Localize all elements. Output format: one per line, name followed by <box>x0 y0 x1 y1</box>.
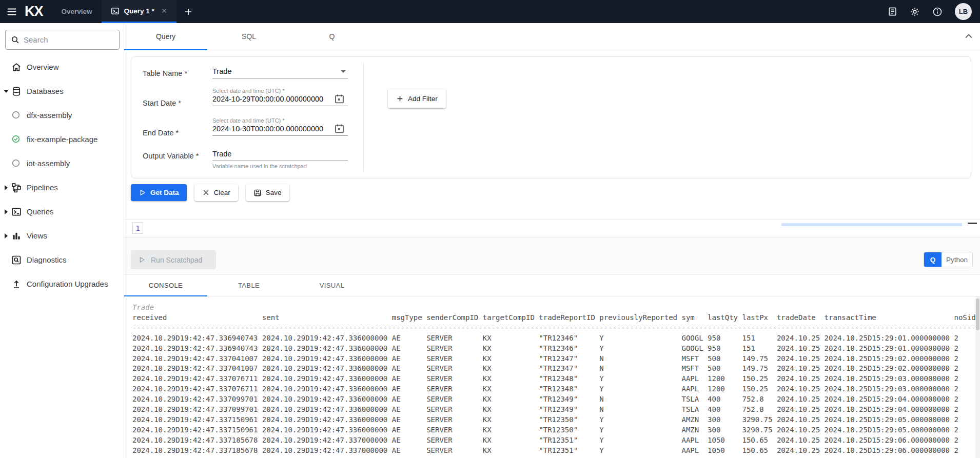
caret-right-icon[interactable] <box>2 185 10 190</box>
console-line: 2024.10.29D19:42:47.337150961 2024.10.29… <box>132 425 980 435</box>
pipeline-icon <box>11 183 22 193</box>
search-input[interactable] <box>24 35 106 44</box>
tab-query-1[interactable]: Query 1 * <box>102 0 177 23</box>
console-line: 2024.10.29D19:42:47.337076711 2024.10.29… <box>132 384 980 394</box>
run-scratchpad-button[interactable]: Run Scratchpad <box>131 250 216 269</box>
sidebar-item-configuration-upgrades[interactable]: Configuration Upgrades <box>0 272 124 296</box>
release-notes-icon[interactable] <box>888 7 897 16</box>
output-variable-label: Output Variable * <box>143 152 199 160</box>
status-check-icon <box>11 134 22 145</box>
home-icon <box>11 62 22 72</box>
play-icon <box>138 256 146 264</box>
calendar-icon[interactable] <box>334 123 345 134</box>
console-line: 2024.10.29D19:42:47.337099701 2024.10.29… <box>132 394 980 405</box>
table-name-select[interactable]: Trade <box>212 67 348 78</box>
sidebar-item-views[interactable]: Views <box>0 224 124 248</box>
hamburger-menu-icon[interactable] <box>0 0 24 23</box>
bar-chart-icon <box>11 231 22 241</box>
chevron-down-icon[interactable] <box>341 70 346 73</box>
tab-table[interactable]: TABLE <box>207 275 290 296</box>
action-buttons: Get Data Clear Save <box>131 184 289 201</box>
editor-selection-strip <box>781 223 962 226</box>
console-line: 2024.10.29D19:42:47.337076711 2024.10.29… <box>132 374 980 384</box>
user-avatar[interactable]: LB <box>955 3 972 20</box>
caret-right-icon[interactable] <box>2 233 10 238</box>
editor-fold-icon[interactable] <box>968 223 977 224</box>
console-output: Tradereceived sent msgType senderCompID … <box>124 296 980 458</box>
tab-q[interactable]: Q <box>290 23 374 50</box>
console-line: 2024.10.29D19:42:47.337099701 2024.10.29… <box>132 405 980 415</box>
search-icon <box>11 35 19 44</box>
info-icon[interactable] <box>932 7 943 17</box>
tab-overview-label: Overview <box>62 8 92 15</box>
terminal-icon <box>11 207 22 217</box>
save-button[interactable]: Save <box>246 184 289 201</box>
settings-gear-icon[interactable] <box>910 7 920 17</box>
query-mode-tabs: Query SQL Q <box>124 23 980 50</box>
tab-console[interactable]: CONSOLE <box>124 275 207 296</box>
add-filter-button[interactable]: Add Filter <box>388 89 446 108</box>
output-variable-field[interactable]: Trade Variable name used in the scratchp… <box>212 150 348 169</box>
console-line: 2024.10.29D19:42:47.336940743 2024.10.29… <box>132 344 980 354</box>
tab-query[interactable]: Query <box>124 23 207 50</box>
result-tabs: CONSOLE TABLE VISUAL <box>124 274 980 296</box>
play-icon <box>139 189 146 196</box>
sidebar-item-databases[interactable]: Databases <box>0 79 124 103</box>
form-divider <box>363 63 364 172</box>
end-date-field[interactable]: Select date and time (UTC) * 2024-10-30T… <box>212 117 348 136</box>
end-date-label: End Date * <box>143 129 179 137</box>
database-icon <box>11 86 22 96</box>
console-scrollbar-thumb[interactable] <box>976 298 979 330</box>
status-circle-icon <box>11 158 22 169</box>
sidebar-search[interactable] <box>5 30 120 50</box>
add-tab-icon[interactable] <box>177 0 200 23</box>
start-date-label: Start Date * <box>143 99 181 107</box>
language-toggle: Q Python <box>924 252 973 267</box>
collapse-panel-icon[interactable] <box>964 31 974 42</box>
console-line: received sent msgType senderCompID targe… <box>132 313 980 323</box>
console-line: ----------------------------------------… <box>132 323 980 333</box>
editor-line-number: 1 <box>132 222 143 234</box>
save-icon <box>253 189 262 197</box>
x-icon <box>202 189 210 196</box>
close-tab-icon[interactable] <box>161 8 167 14</box>
console-table-title: Trade <box>132 303 980 313</box>
console-line: 2024.10.29D19:42:47.337041007 2024.10.29… <box>132 354 980 364</box>
calendar-icon[interactable] <box>334 93 345 104</box>
sidebar-item-fix-example-package[interactable]: fix-example-package <box>0 127 124 151</box>
toggle-python[interactable]: Python <box>942 252 972 267</box>
console-scrollbar-track <box>975 296 980 458</box>
main-panel: Query SQL Q Table Name * Trade Start Dat… <box>124 23 980 458</box>
topbar: KX Overview Query 1 * LB <box>0 0 980 23</box>
upload-icon <box>11 279 22 289</box>
console-line: 2024.10.29D19:42:47.337185678 2024.10.29… <box>132 446 980 456</box>
sidebar: Overview Databases dfx-assembly fix-exam… <box>0 23 124 458</box>
sidebar-item-dfx-assembly[interactable]: dfx-assembly <box>0 103 124 127</box>
tab-overview[interactable]: Overview <box>52 0 102 23</box>
sidebar-item-overview[interactable]: Overview <box>0 55 124 79</box>
get-data-button[interactable]: Get Data <box>131 184 187 201</box>
sidebar-item-pipelines[interactable]: Pipelines <box>0 175 124 200</box>
tab-sql[interactable]: SQL <box>207 23 290 50</box>
topbar-actions: LB <box>888 0 980 23</box>
tab-visual[interactable]: VISUAL <box>290 275 374 296</box>
caret-right-icon[interactable] <box>2 209 10 214</box>
sidebar-nav: Overview Databases dfx-assembly fix-exam… <box>0 55 124 296</box>
table-name-label: Table Name * <box>143 69 187 77</box>
console-lines: Tradereceived sent msgType senderCompID … <box>132 303 980 456</box>
sidebar-item-diagnostics[interactable]: Diagnostics <box>0 248 124 272</box>
console-line: 2024.10.29D19:42:47.337185678 2024.10.29… <box>132 435 980 446</box>
query-form-card: Table Name * Trade Start Date * Select d… <box>131 56 971 178</box>
diagnostics-icon <box>11 255 22 265</box>
start-date-field[interactable]: Select date and time (UTC) * 2024-10-29T… <box>212 88 348 106</box>
plus-icon <box>396 95 404 103</box>
sidebar-item-queries[interactable]: Queries <box>0 200 124 224</box>
sidebar-item-iot-assembly[interactable]: iot-assembly <box>0 151 124 175</box>
console-line: 2024.10.29D19:42:47.337150961 2024.10.29… <box>132 415 980 425</box>
toggle-q[interactable]: Q <box>924 252 942 267</box>
kx-logo[interactable]: KX <box>24 0 52 23</box>
tab-query-1-label: Query 1 * <box>124 7 154 15</box>
caret-down-icon[interactable] <box>2 90 10 93</box>
clear-button[interactable]: Clear <box>194 184 238 201</box>
scratchpad-editor[interactable]: 1 <box>124 220 980 237</box>
